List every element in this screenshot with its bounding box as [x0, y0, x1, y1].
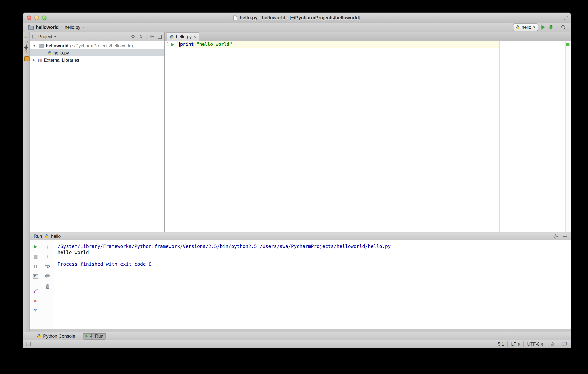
python-icon: [44, 234, 49, 238]
status-bar-widgets: 5:1 LF UTF-8: [494, 341, 567, 347]
code-line-1[interactable]: print "hello world": [179, 42, 232, 47]
caret-position-widget[interactable]: 5:1: [494, 341, 507, 347]
minimize-window-button[interactable]: [34, 16, 39, 20]
toolwindow-toggle-icon[interactable]: [26, 342, 31, 346]
stop-button[interactable]: [31, 253, 40, 260]
pause-button[interactable]: [31, 262, 40, 270]
close-toolwindow-button[interactable]: ×: [31, 297, 40, 305]
tree-root-name: helloworld: [46, 43, 68, 48]
python-file-icon: [47, 51, 52, 55]
search-icon[interactable]: [561, 25, 566, 30]
tree-file-name: hello.py: [53, 50, 69, 55]
project-toolwindow-button[interactable]: 1: Project: [24, 36, 28, 53]
run-toolbar: hello: [513, 23, 566, 31]
gear-icon[interactable]: [553, 234, 558, 239]
encoding-widget[interactable]: UTF-8: [524, 341, 547, 347]
run-configuration-name: hello: [522, 25, 531, 30]
run-icon: [85, 335, 88, 338]
console-line: hello world: [58, 249, 567, 255]
console-line: Process finished with exit code 0: [58, 261, 567, 267]
project-toolwindow-icon[interactable]: [24, 56, 30, 61]
console-output[interactable]: /System/Library/Frameworks/Python.framew…: [54, 240, 571, 329]
run-line-icon[interactable]: [171, 43, 174, 47]
window-title-group: hello.py - helloworld - [~/PycharmProjec…: [23, 15, 571, 21]
run-configuration-select[interactable]: hello: [513, 23, 538, 31]
editor-gutter: 1: [165, 41, 177, 232]
run-toolwindow-body: × ? ↑ ↓ /System/Library/Framew: [30, 240, 571, 329]
chevron-down-icon: [533, 26, 536, 28]
rerun-button[interactable]: [31, 243, 40, 251]
spinner-icon: [518, 342, 520, 346]
tree-row-external-libraries[interactable]: External Libraries: [30, 56, 164, 64]
pycharm-window: hello.py - helloworld - [~/PycharmProjec…: [23, 12, 571, 348]
navigation-bar: helloworld › hello.py › hello: [23, 23, 571, 32]
breadcrumb-separator: ›: [83, 25, 84, 30]
close-window-button[interactable]: [27, 16, 32, 20]
zoom-window-button[interactable]: [42, 16, 47, 20]
code-keyword: print: [180, 42, 194, 47]
hide-toolwindow-icon[interactable]: [563, 236, 567, 237]
console-toolbar: ↑ ↓: [41, 240, 54, 329]
debug-button[interactable]: [548, 25, 554, 30]
run-toolwindow-tab[interactable]: 4: Run: [83, 333, 106, 339]
split-mode-icon[interactable]: [158, 34, 162, 39]
lock-icon[interactable]: [547, 341, 558, 347]
down-arrow-icon[interactable]: ↓: [43, 253, 52, 260]
project-view-icon: [32, 34, 36, 39]
breadcrumb-separator: ›: [61, 25, 63, 30]
help-button[interactable]: ?: [31, 307, 40, 315]
python-console-label: Python Console: [43, 333, 75, 339]
titlebar[interactable]: hello.py - helloworld - [~/PycharmProjec…: [23, 13, 571, 23]
document-icon: [233, 15, 237, 20]
project-panel-actions: [131, 33, 162, 40]
spinner-icon: [541, 342, 543, 346]
show-console-icon[interactable]: [31, 272, 40, 280]
tab-hello-py[interactable]: hello.py ×: [166, 32, 200, 41]
fullscreen-resize-icon[interactable]: [563, 16, 568, 20]
locate-file-icon[interactable]: [131, 34, 136, 39]
line-number: 1: [165, 42, 169, 47]
collapse-all-icon[interactable]: [138, 34, 143, 39]
window-title: hello.py - helloworld - [~/PycharmProjec…: [240, 15, 360, 21]
tree-external-libraries-label: External Libraries: [44, 57, 79, 63]
close-icon[interactable]: ×: [194, 34, 196, 39]
project-panel-header: Project: [30, 32, 164, 41]
run-config-name: hello: [51, 234, 61, 239]
editor-tabbar: hello.py ×: [165, 32, 571, 41]
editor-area: hello.py × 1 print "hello world": [165, 32, 571, 232]
collapse-arrow-icon[interactable]: [33, 58, 35, 62]
tree-row-project-root[interactable]: helloworld (~/PycharmProjects/helloworld…: [30, 42, 164, 49]
run-toolwindow-header[interactable]: Run hello: [30, 232, 571, 240]
soft-wrap-icon[interactable]: [43, 262, 52, 270]
clear-console-icon[interactable]: [43, 282, 52, 290]
run-tab-label: 4: Run: [90, 333, 103, 339]
gear-icon[interactable]: [149, 34, 154, 39]
monitor-icon[interactable]: [558, 341, 567, 347]
print-icon[interactable]: [43, 272, 52, 280]
chevron-down-icon[interactable]: [54, 36, 57, 37]
folder-icon: [28, 25, 34, 30]
bottom-toolwindow-bar: Python Console 4: Run: [23, 332, 571, 340]
python-console-button[interactable]: Python Console: [34, 333, 77, 339]
tree-root-path: (~/PycharmProjects/helloworld): [70, 43, 133, 48]
editor-body[interactable]: 1 print "hello world": [165, 41, 571, 232]
run-toolwindow-title: Run: [34, 234, 42, 239]
project-panel-title[interactable]: Project: [38, 34, 52, 39]
line-separator-widget[interactable]: LF: [508, 341, 524, 347]
tree-row-hello-py[interactable]: hello.py: [30, 49, 164, 56]
attach-debugger-icon[interactable]: [31, 287, 40, 295]
inspection-ok-marker[interactable]: [566, 43, 569, 46]
annotation-strip[interactable]: [565, 41, 571, 232]
run-button[interactable]: [541, 25, 545, 30]
run-header-actions: [553, 234, 567, 239]
expand-arrow-icon[interactable]: [33, 45, 36, 47]
breadcrumb-file[interactable]: hello.py: [65, 25, 80, 30]
project-tree: helloworld (~/PycharmProjects/helloworld…: [30, 41, 164, 64]
up-arrow-icon[interactable]: ↑: [43, 243, 52, 251]
python-icon: [515, 25, 520, 30]
run-control-toolbar: × ?: [30, 240, 41, 329]
console-line: /System/Library/Frameworks/Python.framew…: [58, 243, 567, 249]
toolbar-separator: [146, 33, 147, 40]
status-bar: 5:1 LF UTF-8: [23, 340, 571, 348]
breadcrumb-project[interactable]: helloworld: [36, 25, 59, 30]
